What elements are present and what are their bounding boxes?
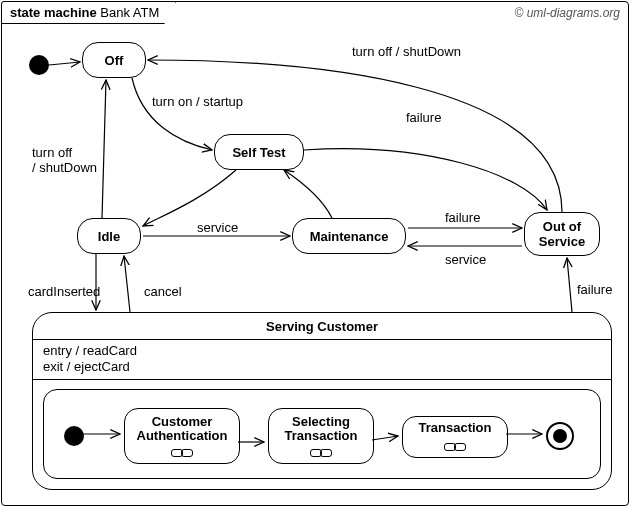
state-customer-authentication-label: Customer Authentication (125, 409, 239, 443)
composite-indicator-icon (445, 439, 465, 454)
state-out-of-service: Out of Service (524, 212, 600, 256)
trans-turnoff-top: turn off / shutDown (352, 44, 461, 59)
trans-service-idle: service (197, 220, 238, 235)
serving-exit-action: exit / ejectCard (43, 359, 130, 374)
serving-internal-region: Customer Authentication Selecting Transa… (43, 389, 601, 479)
trans-turnon: turn on / startup (152, 94, 243, 109)
copyright-label: © uml-diagrams.org (514, 6, 620, 20)
state-idle-label: Idle (98, 229, 120, 244)
state-customer-authentication: Customer Authentication (124, 408, 240, 464)
frame-name: Bank ATM (100, 5, 159, 20)
state-machine-frame: state machine Bank ATM © uml-diagrams.or… (1, 1, 629, 506)
state-maintenance: Maintenance (292, 218, 406, 254)
serving-initial-pseudostate (64, 426, 84, 446)
state-transaction-label: Transaction (403, 417, 507, 435)
state-out-of-service-label: Out of Service (531, 219, 593, 249)
state-serving-customer-label: Serving Customer (33, 319, 611, 334)
trans-failure-serving: failure (577, 282, 612, 297)
trans-failure-maint: failure (445, 210, 480, 225)
serving-entry-action: entry / readCard (43, 343, 137, 358)
state-self-test-label: Self Test (232, 145, 285, 160)
trans-cardinserted: cardInserted (28, 284, 100, 299)
state-off: Off (82, 42, 146, 78)
state-maintenance-label: Maintenance (310, 229, 389, 244)
initial-pseudostate (29, 55, 49, 75)
state-self-test: Self Test (214, 134, 304, 170)
state-selecting-transaction-label: Selecting Transaction (269, 409, 373, 443)
composite-indicator-icon (172, 445, 192, 460)
state-off-label: Off (105, 53, 124, 68)
frame-kind: state machine (10, 5, 97, 20)
state-selecting-transaction: Selecting Transaction (268, 408, 374, 464)
frame-tab: state machine Bank ATM (1, 1, 176, 24)
trans-turnoff-left: turn off / shutDown (32, 145, 97, 175)
state-serving-customer: Serving Customer entry / readCard exit /… (32, 312, 612, 490)
state-idle: Idle (77, 218, 141, 254)
trans-service-back: service (445, 252, 486, 267)
trans-cancel: cancel (144, 284, 182, 299)
serving-final-state (546, 422, 574, 450)
state-transaction: Transaction (402, 416, 508, 458)
trans-failure-selftest: failure (406, 110, 441, 125)
composite-indicator-icon (311, 445, 331, 460)
